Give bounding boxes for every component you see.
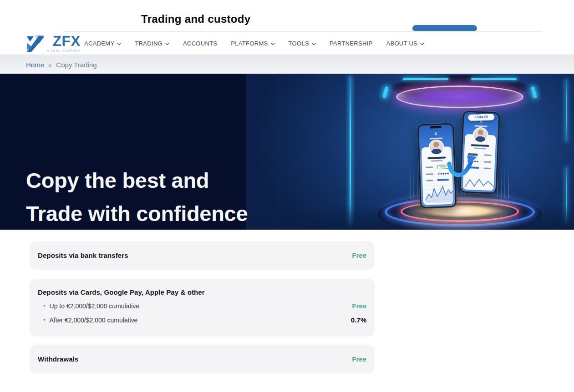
nav-item-trading[interactable]: TRADING [135,40,169,47]
fee-value: Free [352,302,366,310]
hero-heading: Copy the best and Trade with confidence [26,164,248,230]
fee-title: Withdrawals [38,355,78,363]
fee-row: • After €2,000/$2,000 cumulative 0.7% [43,316,366,324]
chevron-down-icon [165,40,169,47]
zfx-logo-icon [26,35,45,55]
chevron-down-icon [271,40,275,47]
bullet-icon: • [43,302,46,309]
fee-card-cards-payments: Deposits via Cards, Google Pay, Apple Pa… [30,279,375,337]
fee-card-withdrawals: Withdrawals Free [30,345,375,373]
breadcrumb: Home » Copy Trading [26,55,97,74]
page: Trading and custody ZFX A ZEAL COMPANY A… [0,0,574,392]
logo-text: ZFX [53,35,81,48]
zfx-logo[interactable]: ZFX A ZEAL COMPANY [26,35,81,55]
fee-value: 0.7% [351,316,366,324]
nav-item-academy[interactable]: ACADEMY [84,40,121,47]
nav-item-partnership[interactable]: PARTNERSHIP [330,40,373,47]
fee-value: Free [352,355,366,363]
fee-title: Deposits via Cards, Google Pay, Apple Pa… [38,288,366,296]
header-divider [64,31,542,32]
chevron-down-icon [312,40,316,47]
page-title: Trading and custody [141,13,250,25]
main-nav: ACADEMY TRADING ACCOUNTS PLATFORMS TOOLS… [84,40,424,47]
fee-value: Free [352,251,366,259]
breadcrumb-separator: » [48,61,52,69]
chevron-down-icon [420,40,424,47]
bullet-icon: • [43,317,46,323]
fee-row: • Up to €2,000/$2,000 cumulative Free [43,302,366,310]
chevron-down-icon [117,40,121,47]
partial-cta-button[interactable] [412,25,477,31]
fee-card-bank-transfers: Deposits via bank transfers Free [30,241,375,270]
nav-item-about-us[interactable]: ABOUT US [386,40,424,47]
logo-tagline: A ZEAL COMPANY [47,49,81,52]
breadcrumb-bar: Home » Copy Trading [0,55,574,74]
nav-item-tools[interactable]: TOOLS [289,40,316,47]
breadcrumb-current: Copy Trading [56,61,97,69]
breadcrumb-home-link[interactable]: Home [26,61,44,69]
hero-section: Z +52% [0,74,574,230]
fee-title: Deposits via bank transfers [38,251,128,259]
nav-item-accounts[interactable]: ACCOUNTS [183,40,217,47]
nav-item-platforms[interactable]: PLATFORMS [231,40,274,47]
